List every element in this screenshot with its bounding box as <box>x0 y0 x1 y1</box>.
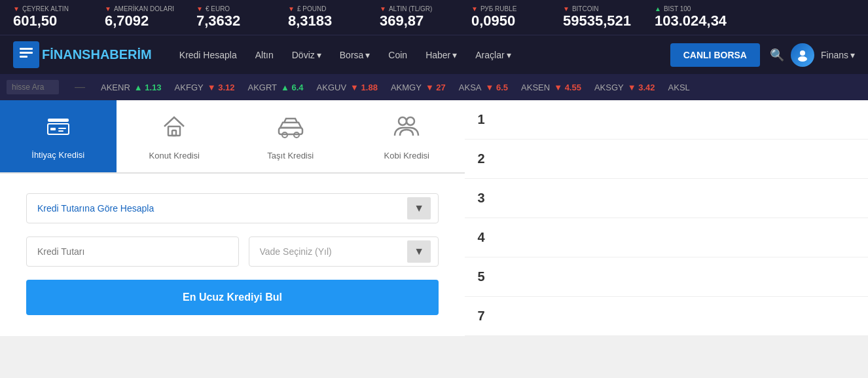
nav-link-kredi[interactable]: Kredi Hesapla <box>172 45 245 66</box>
news-item-7[interactable]: 7 <box>465 297 868 336</box>
ticker-item-pound: ▼ £ POUND 8,3183 <box>288 5 360 29</box>
search-icon[interactable]: 🔍 <box>770 48 784 62</box>
ticker-item-bitcoin: ▼ BITCOIN 59535,521 <box>563 5 635 29</box>
nav-link-borsa[interactable]: Borsa ▾ <box>332 45 378 66</box>
logo-text: FİNANSHABERİM <box>42 47 152 62</box>
period-select[interactable]: Vade Seçiniz (Yıl) <box>249 236 439 267</box>
news-item-5[interactable]: 5 <box>465 257 868 297</box>
stock-item-akenr[interactable]: AKENR ▲ 1.13 <box>101 83 162 92</box>
car-icon <box>276 113 305 145</box>
ticker-item-ceyrek: ▼ ÇEYREK ALTIN 601,50 <box>13 5 85 29</box>
svg-point-3 <box>800 50 805 56</box>
svg-rect-7 <box>50 128 56 130</box>
svg-point-15 <box>399 117 407 125</box>
arrow-up-icon: ▲ <box>655 5 661 12</box>
logo[interactable]: FİNANSHABERİM <box>13 41 152 68</box>
chevron-down-icon: ▾ <box>365 50 370 60</box>
news-item-1[interactable]: 1 <box>465 100 868 140</box>
chevron-down-icon: ▾ <box>507 50 511 60</box>
nav-link-araclar[interactable]: Araçlar ▾ <box>467 45 518 66</box>
tab-konut-label: Konut Kredisi <box>149 151 200 161</box>
chevron-down-icon: ▾ <box>452 50 457 60</box>
svg-point-16 <box>407 117 414 125</box>
credit-form: Kredi Tutarına Göre Hesapla ▼ Vade Seçin… <box>0 174 465 335</box>
news-list: 1 2 3 4 5 <box>465 100 868 297</box>
divider-icon: — <box>75 81 85 93</box>
tab-kobi-kredisi[interactable]: Kobi Kredisi <box>349 100 465 172</box>
credit-tabs: İhtiyaç Kredisi Konut Kredisi <box>0 100 465 174</box>
news-item-4[interactable]: 4 <box>465 218 868 257</box>
nav-link-coin[interactable]: Coin <box>380 45 415 66</box>
svg-rect-5 <box>48 119 69 122</box>
stock-item-aksl[interactable]: AKSL <box>668 83 690 92</box>
canlı-borsa-button[interactable]: CANLI BORSA <box>670 43 760 67</box>
svg-rect-2 <box>20 56 27 58</box>
stock-item-aksa[interactable]: AKSA ▼ 6.5 <box>459 83 508 92</box>
chevron-down-icon: ▾ <box>850 50 855 60</box>
ticker-item-ruble: ▼ РУБ RUBLE 0,0950 <box>471 5 543 29</box>
ticker-item-bist: ▲ BIST 100 103.024,34 <box>655 5 727 29</box>
arrow-down-icon: ▼ <box>288 5 295 12</box>
stock-search-input[interactable] <box>7 80 59 94</box>
ticker-bar: ▼ ÇEYREK ALTIN 601,50 ▼ AMERİKAN DOLARI … <box>0 0 868 35</box>
right-panel: 1 2 3 4 5 <box>465 100 868 336</box>
nav-links: Kredi Hesapla Altın Döviz ▾ Borsa ▾ Coin… <box>172 45 670 66</box>
svg-rect-0 <box>20 48 33 50</box>
stock-item-aksgy[interactable]: AKSGY ▼ 3.42 <box>594 83 655 92</box>
period-select-wrapper: Vade Seçiniz (Yıl) ▼ <box>249 236 439 267</box>
amount-period-row: Vade Seçiniz (Yıl) ▼ <box>26 236 439 267</box>
arrow-down-icon: ▼ <box>196 5 203 12</box>
calculation-method-select[interactable]: Kredi Tutarına Göre Hesapla <box>26 193 439 223</box>
stocks-bar: — AKENR ▲ 1.13 AKFGY ▼ 3.12 AKGRT ▲ 6.4 … <box>0 74 868 100</box>
navbar: FİNANSHABERİM Kredi Hesapla Altın Döviz … <box>0 35 868 74</box>
find-credit-button[interactable]: En Ucuz Krediyi Bul <box>26 280 439 315</box>
tab-ihtiyac-label: İhtiyaç Kredisi <box>31 150 84 160</box>
ticker-item-gold: ▼ ALTIN (TL/GR) 369,87 <box>380 5 452 29</box>
ticker-item-dollar: ▼ AMERİKAN DOLARI 6,7092 <box>105 5 177 29</box>
news-item-2[interactable]: 2 <box>465 140 868 179</box>
left-panel: İhtiyaç Kredisi Konut Kredisi <box>0 100 465 336</box>
logo-icon <box>13 41 39 68</box>
stock-item-aksen[interactable]: AKSEN ▼ 4.55 <box>521 83 581 92</box>
people-icon <box>392 113 421 145</box>
arrow-down-icon: ▼ <box>380 5 386 12</box>
credit-amount-input[interactable] <box>26 236 239 267</box>
ticker-item-euro: ▼ € EURO 7,3632 <box>196 5 268 29</box>
svg-rect-9 <box>58 130 63 132</box>
nav-link-haber[interactable]: Haber ▾ <box>418 45 465 66</box>
nav-link-doviz[interactable]: Döviz ▾ <box>284 45 329 66</box>
avatar[interactable] <box>791 43 814 67</box>
main-content: İhtiyaç Kredisi Konut Kredisi <box>0 100 868 336</box>
arrow-down-icon: ▼ <box>105 5 111 12</box>
finans-user-label[interactable]: Finans ▾ <box>821 50 855 60</box>
arrow-down-icon: ▼ <box>563 5 570 12</box>
news-item-3[interactable]: 3 <box>465 179 868 218</box>
house-icon <box>161 113 187 145</box>
svg-rect-1 <box>20 52 33 54</box>
tab-tasit-kredisi[interactable]: Taşıt Kredisi <box>232 100 349 172</box>
arrow-down-icon: ▼ <box>13 5 20 12</box>
tab-konut-kredisi[interactable]: Konut Kredisi <box>117 100 233 172</box>
stock-item-akfgy[interactable]: AKFGY ▼ 3.12 <box>175 83 235 92</box>
tab-ihtiyac-kredisi[interactable]: İhtiyaç Kredisi <box>0 100 117 172</box>
tab-tasit-label: Taşıt Kredisi <box>267 151 314 161</box>
calculation-method-wrapper: Kredi Tutarına Göre Hesapla ▼ <box>26 193 439 223</box>
stock-item-akguv[interactable]: AKGUV ▼ 1.88 <box>317 83 378 92</box>
tab-kobi-label: Kobi Kredisi <box>384 151 429 161</box>
arrow-down-icon: ▼ <box>471 5 478 12</box>
credit-card-icon <box>45 113 71 145</box>
nav-right: 🔍 Finans ▾ <box>770 43 855 67</box>
stock-item-akmgy[interactable]: AKMGY ▼ 27 <box>391 83 446 92</box>
nav-link-altin[interactable]: Altın <box>247 45 281 66</box>
stock-item-akgrt[interactable]: AKGRT ▲ 6.4 <box>247 83 303 92</box>
svg-rect-11 <box>172 130 176 136</box>
chevron-down-icon: ▾ <box>317 50 321 60</box>
svg-rect-8 <box>58 128 66 129</box>
svg-point-4 <box>798 56 807 62</box>
